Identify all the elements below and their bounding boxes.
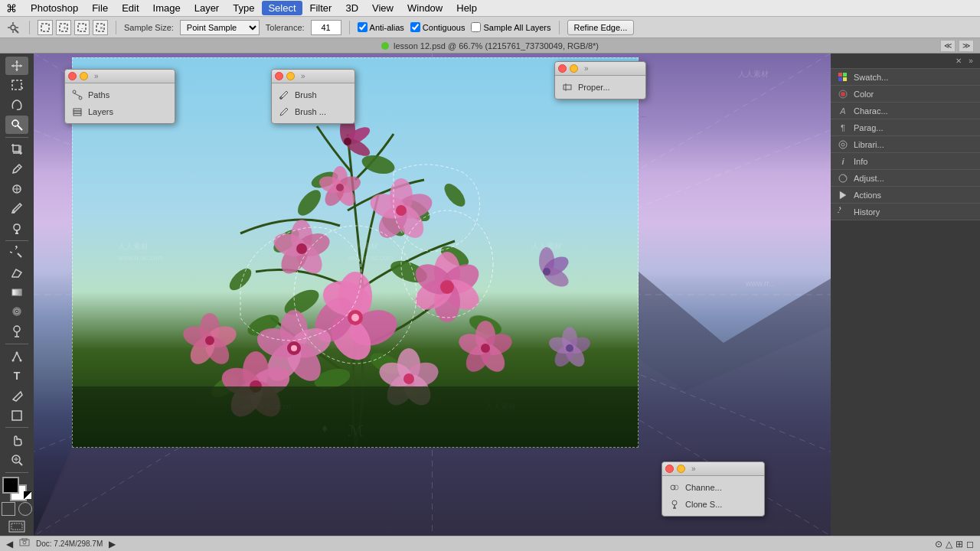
apple-menu[interactable]: ⌘ [6,2,17,15]
paths-layers-panel-header[interactable]: » [65,70,175,83]
paths-layers-panel-double-arrow[interactable]: » [94,72,99,80]
eyedropper-tool-btn[interactable] [5,160,28,178]
status-arrow-right[interactable]: ▶ [109,539,116,549]
dodge-burn-btn[interactable] [5,322,28,341]
zoom-tool-btn[interactable] [5,451,28,469]
panel-minimize-btn[interactable] [80,72,88,80]
eraser-btn[interactable] [5,263,28,282]
channels-arrow[interactable]: » [691,465,696,473]
contiguous-checkbox[interactable] [410,22,420,32]
fullscreen-mode[interactable] [18,502,32,516]
character-panel-item[interactable]: A Charac... [831,103,980,119]
path-select-btn[interactable] [5,386,28,405]
sample-size-label: Sample Size: [124,23,174,32]
layers-panel-item[interactable]: Layers [65,103,175,120]
clone-stamp-btn[interactable] [5,219,28,237]
selection-marquee-btn[interactable] [5,77,28,95]
screen-mode-btn[interactable] [8,520,25,533]
new-selection-btn[interactable] [38,20,53,35]
rect-shape-btn[interactable] [5,406,28,425]
color-swatches [2,477,31,499]
view-menu-item[interactable]: View [366,1,400,15]
healing-brush-btn[interactable] [5,180,28,198]
info-panel-item[interactable]: i Info [831,153,980,170]
adjustments-panel-item[interactable]: Adjust... [831,170,980,187]
foreground-color[interactable] [2,477,19,494]
color-panel-item[interactable]: Color [831,86,980,103]
standard-mode[interactable] [2,502,15,516]
status-tool-3[interactable]: ⊞ [956,539,963,549]
status-photo-icon[interactable] [19,538,30,549]
channels-minimize[interactable] [677,465,685,473]
paths-panel-item[interactable]: Paths [65,86,175,103]
filter-menu-item[interactable]: Filter [304,1,338,15]
sample-all-layers-checkbox-wrap[interactable]: Sample All Layers [471,22,550,32]
contiguous-checkbox-wrap[interactable]: Contiguous [410,22,466,32]
add-selection-btn[interactable]: + [56,20,71,35]
clone-source-item[interactable]: Clone S... [662,496,764,513]
image-menu-item[interactable]: Image [147,1,187,15]
blur-tool-btn[interactable] [5,303,28,321]
brush-panel-close[interactable] [275,72,283,80]
edit-menu-item[interactable]: Edit [116,1,145,15]
help-menu-item[interactable]: Help [450,1,483,15]
status-arrow-left[interactable]: ◀ [6,539,13,549]
close-panels-btn[interactable]: ✕ [952,56,965,67]
crop-tool-btn[interactable] [5,140,28,158]
sample-all-layers-checkbox[interactable] [471,22,481,32]
gradient-btn[interactable] [5,283,28,302]
anti-alias-checkbox-wrap[interactable]: Anti-alias [358,22,404,32]
window-menu-item[interactable]: Window [401,1,449,15]
type-menu-item[interactable]: Type [227,1,260,15]
brush-tool-btn[interactable] [5,199,28,217]
properties-panel-header[interactable]: » [555,62,645,76]
hand-tool-btn[interactable] [5,431,28,449]
sample-size-select[interactable]: Point Sample 3 by 3 Average 5 by 5 Avera… [180,20,260,35]
history-panel-item[interactable]: History [831,204,980,220]
brush-panel-minimize[interactable] [286,72,295,80]
arrange-windows[interactable]: ≫ [959,40,974,52]
properties-minimize[interactable] [570,64,578,73]
magic-wand-btn[interactable] [5,116,28,134]
tab-controls[interactable]: ≪ [940,40,956,52]
type-tool-btn[interactable]: T [5,367,28,385]
properties-arrow[interactable]: » [584,64,589,73]
status-tool-1[interactable]: ⊙ [935,539,942,549]
pen-tool-btn[interactable] [5,347,28,366]
brush-panel-header[interactable]: » [272,70,354,83]
canvas-area[interactable]: www.rr-sc.com 人人素材 www.rr-sc.com 人人素材 人人… [34,54,831,536]
layer-menu-item[interactable]: Layer [188,1,226,15]
swap-colors-icon[interactable] [24,491,31,499]
select-menu-item[interactable]: Select [262,1,302,15]
libraries-panel-item[interactable]: Librari... [831,136,980,153]
brush-panel-arrow[interactable]: » [301,72,305,80]
svg-point-137 [543,268,550,276]
tolerance-input[interactable]: 41 [311,20,341,35]
anti-alias-checkbox[interactable] [358,22,368,32]
status-tool-2[interactable]: △ [946,539,952,549]
file-menu-item[interactable]: File [86,1,114,15]
intersect-selection-btn[interactable]: × [93,20,108,35]
panel-close-btn[interactable] [68,72,77,80]
swatches-panel-item[interactable]: Swatch... [831,69,980,86]
expand-panels-btn[interactable]: » [965,56,977,67]
properties-close[interactable] [558,64,567,73]
paragraph-label: Parag... [854,123,884,132]
channels-item[interactable]: Channe... [662,479,764,496]
channels-panel-header[interactable]: » [662,462,764,476]
channels-panel: » Channe... [662,461,765,517]
refine-edge-button[interactable]: Refine Edge... [567,20,635,35]
subtract-selection-btn[interactable]: - [74,20,90,35]
lasso-tool-btn[interactable] [5,96,28,114]
actions-panel-item[interactable]: Actions [831,187,980,204]
photoshop-menu-item[interactable]: Photoshop [24,1,84,15]
3d-menu-item[interactable]: 3D [339,1,364,15]
brush-item-1[interactable]: Brush [272,86,354,103]
paragraph-panel-item[interactable]: ¶ Parag... [831,119,980,136]
status-tool-4[interactable]: ◻ [966,539,974,549]
history-brush-btn[interactable] [5,244,28,262]
brush-item-2[interactable]: Brush ... [272,103,354,120]
channels-close[interactable] [665,465,674,473]
move-tool-btn[interactable] [5,57,28,75]
properties-item[interactable]: Proper... [555,79,645,96]
